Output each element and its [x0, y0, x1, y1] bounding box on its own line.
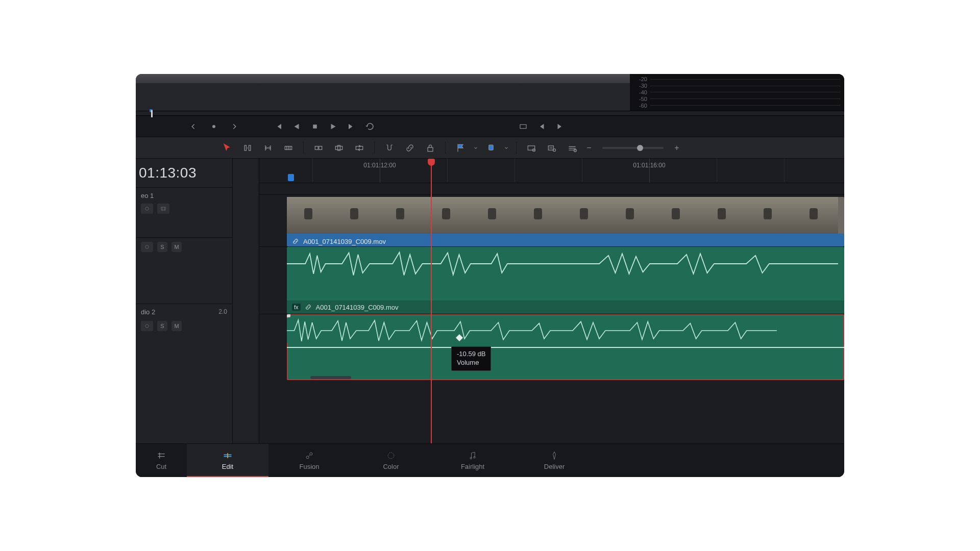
- page-tab-fusion[interactable]: Fusion: [268, 444, 350, 477]
- go-to-end-icon[interactable]: [346, 121, 357, 132]
- svg-rect-11: [428, 147, 433, 152]
- audio1-track-row[interactable]: fx A001_07141039_C009.mov: [259, 246, 844, 314]
- audio-meter-panel: -20 -30 -40 -50 -60: [630, 74, 844, 111]
- playhead[interactable]: [431, 159, 432, 443]
- match-frame-icon[interactable]: [518, 121, 529, 132]
- svg-rect-7: [319, 146, 322, 149]
- insert-clip-icon[interactable]: [311, 141, 326, 155]
- ruler-time-label: 01:01:12:00: [363, 162, 396, 169]
- color-page-icon: [385, 450, 397, 461]
- link-icon: [305, 304, 312, 311]
- solo-button[interactable]: S: [157, 242, 167, 252]
- zoom-to-fit-icon[interactable]: [524, 141, 539, 155]
- flag-marker-icon[interactable]: [453, 141, 468, 155]
- ruler-time-label: 01:01:16:00: [633, 162, 665, 169]
- viewer-strip: -20 -30 -40 -50 -60: [136, 74, 844, 111]
- page-label: Deliver: [544, 463, 565, 470]
- playhead-cap-icon[interactable]: [428, 159, 435, 166]
- timeline-timecode[interactable]: 01:13:03: [136, 159, 232, 187]
- prev-clip-icon[interactable]: [536, 121, 547, 132]
- page-tab-deliver[interactable]: Deliver: [513, 444, 595, 477]
- next-clip-icon[interactable]: [554, 121, 566, 132]
- play-icon[interactable]: [328, 121, 339, 132]
- prev-edit-icon[interactable]: [190, 121, 201, 132]
- track-name-label: dio 2: [141, 308, 155, 316]
- loop-icon[interactable]: [364, 121, 376, 132]
- timeline-scrollbar[interactable]: [310, 376, 351, 379]
- stop-icon[interactable]: [309, 121, 321, 132]
- page-label: Color: [383, 463, 399, 470]
- page-tab-cut[interactable]: Cut: [136, 444, 187, 477]
- timeline-ruler[interactable]: 01:01:12:00 01:01:16:00: [259, 159, 844, 183]
- zoom-out-icon[interactable]: −: [585, 143, 593, 153]
- solo-button[interactable]: S: [157, 321, 167, 331]
- record-dot-icon[interactable]: [208, 121, 219, 132]
- autoselect-icon[interactable]: [141, 242, 153, 252]
- cut-page-icon: [156, 450, 167, 461]
- autoselect-icon[interactable]: [141, 204, 153, 214]
- zoom-slider-knob[interactable]: [637, 145, 643, 151]
- audio2-track-row[interactable]: [259, 314, 844, 380]
- page-tab-color[interactable]: Color: [350, 444, 432, 477]
- tooltip-label: Volume: [457, 359, 485, 367]
- volume-line[interactable]: [287, 347, 844, 348]
- deliver-page-icon: [549, 450, 560, 461]
- trim-tool-icon[interactable]: [240, 141, 255, 155]
- timeline-area: 01:13:03 eo 1 S M dio 22.0: [136, 159, 844, 443]
- blade-tool-icon[interactable]: [281, 141, 296, 155]
- play-reverse-icon[interactable]: [291, 121, 302, 132]
- seek-handle[interactable]: [151, 110, 153, 117]
- page-tab-edit[interactable]: Edit: [187, 444, 268, 477]
- fairlight-page-icon: [467, 450, 478, 461]
- svg-rect-3: [244, 145, 246, 151]
- flag-dropdown-icon[interactable]: [473, 145, 478, 151]
- fusion-page-icon: [304, 450, 315, 461]
- zoom-in-icon[interactable]: +: [673, 143, 681, 153]
- detail-zoom-icon[interactable]: [544, 141, 559, 155]
- mute-button[interactable]: M: [172, 242, 182, 252]
- audio-clip-selected[interactable]: [287, 314, 844, 380]
- marker-dropdown-icon[interactable]: [504, 145, 509, 151]
- timeline-gutter: [233, 159, 259, 443]
- edit-page-icon: [222, 450, 233, 461]
- app-window: -20 -30 -40 -50 -60: [136, 74, 844, 477]
- clip-edge-handle[interactable]: [287, 314, 290, 317]
- video-track-row[interactable]: A001_07141039_C009.mov: [259, 194, 844, 246]
- meter-level-label: -60: [632, 103, 647, 109]
- mini-seek-bar[interactable]: [136, 111, 844, 116]
- waveform: [287, 318, 777, 343]
- dynamic-trim-tool-icon[interactable]: [260, 141, 276, 155]
- next-edit-icon[interactable]: [227, 121, 238, 132]
- zoom-slider[interactable]: [602, 147, 664, 149]
- snap-icon[interactable]: [382, 141, 397, 155]
- svg-rect-2: [520, 124, 526, 129]
- timeline-marker-icon[interactable]: [288, 174, 294, 181]
- mute-button[interactable]: M: [172, 321, 182, 331]
- overwrite-clip-icon[interactable]: [331, 141, 347, 155]
- track-channel-value: 2.0: [218, 308, 227, 315]
- svg-rect-13: [528, 145, 534, 149]
- link-icon[interactable]: [402, 141, 418, 155]
- page-tab-fairlight[interactable]: Fairlight: [432, 444, 513, 477]
- clip-marker-icon[interactable]: [483, 141, 499, 155]
- audio-clip[interactable]: fx A001_07141039_C009.mov: [287, 247, 844, 314]
- autoselect-icon[interactable]: [141, 321, 153, 331]
- waveform: [287, 250, 838, 278]
- timeline-canvas[interactable]: 01:01:12:00 01:01:16:00: [233, 159, 844, 443]
- page-label: Edit: [222, 463, 233, 470]
- clip-filename-label: A001_07141039_C009.mov: [303, 238, 386, 245]
- edit-toolbar: − +: [136, 137, 844, 159]
- audio2-track-header[interactable]: dio 22.0 S M: [136, 304, 232, 370]
- fx-badge: fx: [292, 304, 301, 311]
- custom-zoom-icon[interactable]: [565, 141, 580, 155]
- lock-icon[interactable]: [423, 141, 438, 155]
- selection-tool-icon[interactable]: [219, 141, 235, 155]
- track-thumbnail-mode-icon[interactable]: [157, 204, 169, 214]
- go-to-start-icon[interactable]: [273, 121, 284, 132]
- viewer-thumbnail-bar: [136, 74, 630, 83]
- svg-point-0: [212, 125, 215, 128]
- video-clip[interactable]: A001_07141039_C009.mov: [287, 197, 844, 246]
- video-track-header[interactable]: eo 1: [136, 187, 232, 237]
- replace-clip-icon[interactable]: [352, 141, 367, 155]
- audio1-track-header[interactable]: S M: [136, 237, 232, 304]
